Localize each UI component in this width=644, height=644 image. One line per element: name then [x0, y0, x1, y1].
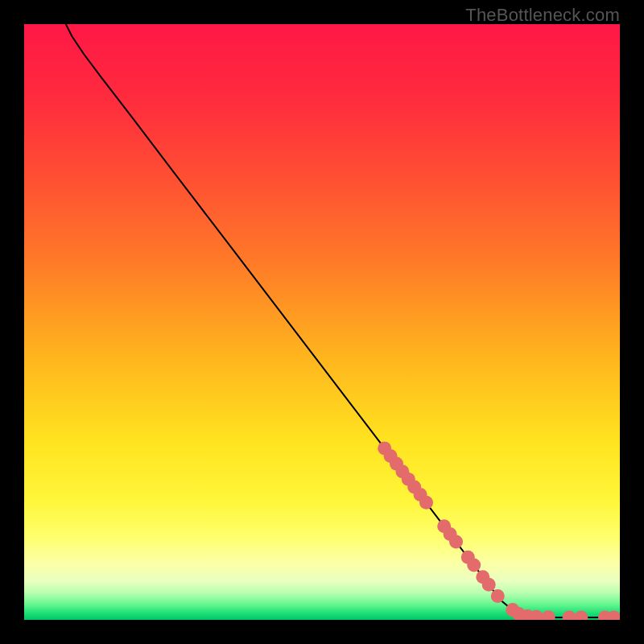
- data-marker: [482, 578, 496, 592]
- gradient-rect: [24, 24, 620, 620]
- data-marker: [467, 558, 481, 572]
- data-marker: [491, 589, 505, 603]
- data-marker: [419, 496, 433, 510]
- plot-area: [24, 24, 620, 620]
- background-gradient: [24, 24, 620, 620]
- data-marker: [449, 535, 463, 549]
- attribution-label: TheBottleneck.com: [465, 5, 620, 26]
- chart-frame: TheBottleneck.com: [0, 0, 644, 644]
